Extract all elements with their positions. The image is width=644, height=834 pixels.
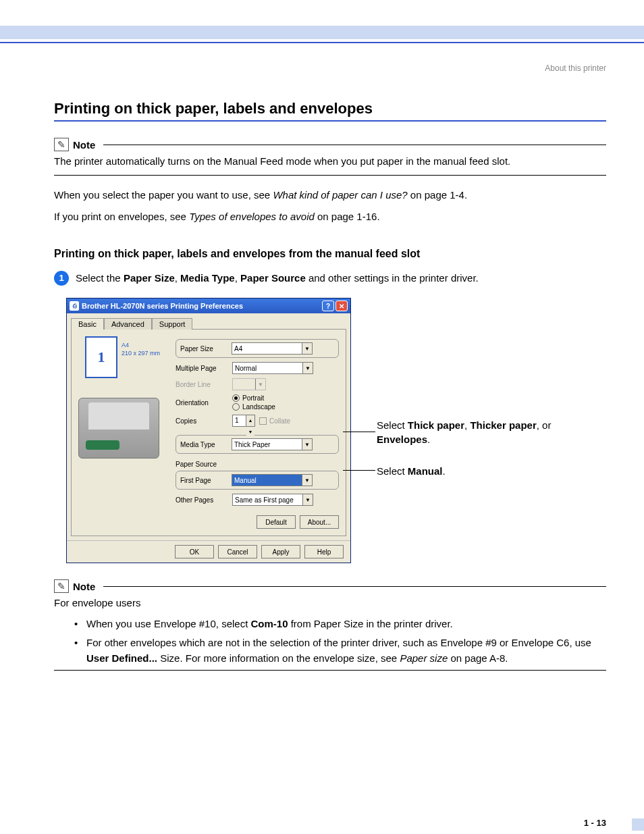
bold-text: Media Type	[180, 272, 235, 284]
text: .	[427, 434, 430, 445]
text: from Paper Size in the printer driver.	[288, 618, 453, 629]
first-page-combo[interactable]: Manual▼	[232, 474, 313, 486]
note-label: Note	[73, 581, 95, 592]
bold-text: Paper Source	[240, 272, 306, 284]
text: .	[443, 465, 446, 477]
first-page-label: First Page	[180, 477, 229, 484]
footer-corner-mark	[632, 818, 644, 831]
text: on page 1-16.	[315, 211, 380, 222]
chevron-down-icon: ▼	[302, 439, 312, 450]
landscape-radio-row[interactable]: Landscape	[232, 403, 275, 411]
ok-button[interactable]: OK	[175, 545, 214, 558]
text: Select the	[76, 272, 124, 284]
multiple-page-combo[interactable]: Normal▼	[232, 362, 313, 374]
note-lead-2: For envelope users	[54, 596, 606, 611]
spinner-up-icon[interactable]: ▲	[246, 415, 254, 427]
text: and other settings in the printer driver…	[306, 272, 479, 284]
paragraph-2: If you print on envelopes, see Types of …	[54, 209, 606, 225]
bold-text: Manual	[408, 465, 443, 477]
cancel-button[interactable]: Cancel	[218, 545, 257, 558]
paper-size-label: Paper Size	[180, 345, 229, 353]
multiple-page-label: Multiple Page	[176, 365, 228, 372]
titlebar-help-button[interactable]: ?	[322, 301, 334, 311]
section-underline	[54, 120, 606, 122]
link-text: What kind of paper can I use?	[273, 189, 407, 201]
note-label: Note	[73, 139, 95, 151]
help-button[interactable]: Help	[304, 545, 344, 558]
panel-left: 1 A4 210 x 297 mm	[78, 336, 166, 529]
default-button[interactable]: Default	[257, 515, 296, 529]
text: When you select the paper you want to us…	[54, 189, 273, 201]
chevron-down-icon: ▼	[302, 475, 312, 486]
app-icon: ⎙	[70, 301, 79, 311]
bullet-2: For other envelopes which are not in the…	[74, 635, 606, 666]
page-number: 1 - 13	[584, 818, 606, 828]
paper-size-group: Paper Size A4▼	[176, 339, 339, 358]
callout-line	[343, 470, 375, 471]
media-type-group: Media Type Thick Paper▼	[176, 435, 339, 454]
radio-icon	[232, 403, 240, 411]
step-1: 1 Select the Paper Size, Media Type, Pap…	[54, 271, 606, 286]
note-rule	[103, 145, 606, 145]
note-header-1: Note	[54, 138, 606, 151]
combo-value: Thick Paper	[234, 441, 270, 448]
checkbox-icon	[259, 417, 267, 425]
spinner-down-icon[interactable]: ▼	[246, 427, 254, 438]
paper-source-label: Paper Source	[176, 461, 339, 468]
combo-value: Same as First page	[235, 496, 294, 504]
note-rule	[103, 586, 606, 587]
note-bullets: When you use Envelope #10, select Com-10…	[74, 617, 606, 667]
text: on page 1-4.	[408, 189, 467, 201]
printer-illustration	[78, 398, 159, 459]
border-line-combo: ▼	[232, 378, 266, 390]
text: ,	[235, 272, 240, 284]
dialog-panel: 1 A4 210 x 297 mm Paper Size A4▼ Mult	[71, 329, 346, 536]
paper-info: A4 210 x 297 mm	[122, 342, 166, 357]
dialog-button-row: OK Cancel Apply Help	[67, 540, 350, 563]
orientation-row: Orientation Portrait Landscape	[176, 394, 339, 411]
step-text: Select the Paper Size, Media Type, Paper…	[76, 271, 479, 286]
multiple-page-row: Multiple Page Normal▼	[176, 362, 339, 374]
bold-text: Com-10	[251, 618, 288, 629]
radio-label: Landscape	[242, 403, 275, 411]
note-end-rule-1	[54, 175, 606, 176]
text: on page A-8.	[448, 652, 508, 664]
tab-basic[interactable]: Basic	[71, 318, 104, 330]
other-pages-label: Other Pages	[176, 496, 228, 504]
tab-support[interactable]: Support	[152, 318, 193, 330]
media-type-label: Media Type	[180, 441, 229, 448]
chevron-down-icon: ▼	[255, 379, 265, 390]
apply-button[interactable]: Apply	[261, 545, 300, 558]
bold-text: Envelopes	[377, 434, 427, 445]
media-type-combo[interactable]: Thick Paper▼	[232, 438, 313, 450]
other-pages-combo[interactable]: Same as First page▼	[232, 494, 313, 506]
paper-size-combo[interactable]: A4▼	[232, 342, 313, 355]
breadcrumb: About this printer	[54, 63, 606, 73]
paragraph-1: When you select the paper you want to us…	[54, 188, 606, 203]
copies-spinner[interactable]: 1▲▼	[232, 415, 255, 427]
text: Select	[377, 419, 408, 431]
titlebar-close-button[interactable]: ✕	[336, 301, 348, 311]
chevron-down-icon: ▼	[302, 494, 313, 505]
other-pages-row: Other Pages Same as First page▼	[176, 494, 339, 506]
text: If you print on envelopes, see	[54, 211, 189, 222]
chevron-down-icon: ▼	[302, 363, 313, 373]
note-icon	[54, 138, 69, 151]
section-title: Printing on thick paper, labels and enve…	[54, 100, 606, 118]
combo-value: Normal	[235, 365, 257, 372]
spinner-value: 1	[235, 417, 239, 424]
border-line-row: Border Line ▼	[176, 378, 339, 390]
printing-preferences-dialog: ⎙ Brother HL-2070N series Printing Prefe…	[66, 298, 351, 563]
bold-text: Paper Size	[124, 272, 175, 284]
bullet-1: When you use Envelope #10, select Com-10…	[74, 617, 606, 632]
note-text-1: The printer automatically turns on the M…	[54, 154, 606, 170]
radio-label: Portrait	[242, 394, 264, 402]
about-button[interactable]: About...	[300, 515, 339, 529]
tab-advanced[interactable]: Advanced	[104, 318, 152, 330]
orientation-label: Orientation	[176, 399, 228, 407]
portrait-radio-row[interactable]: Portrait	[232, 394, 275, 402]
copies-label: Copies	[176, 417, 228, 425]
note-end-rule-2	[54, 670, 606, 671]
paper-size-text: A4	[122, 342, 129, 348]
text: ,	[175, 272, 180, 284]
